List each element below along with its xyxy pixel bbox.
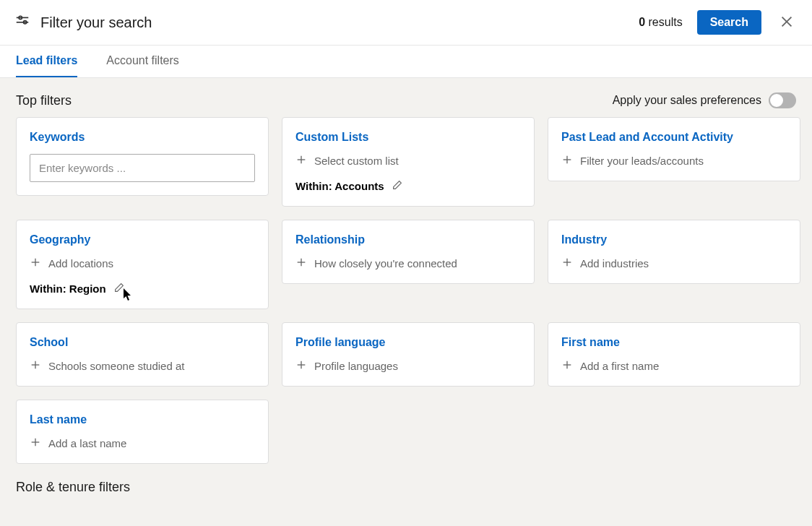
- add-industry[interactable]: Add industries: [561, 256, 787, 270]
- card-profile-language: Profile language Profile languages: [282, 322, 535, 387]
- card-last-name: Last name Add a last name: [16, 400, 269, 464]
- card-title-profile-language: Profile language: [295, 336, 521, 349]
- results-label: results: [649, 16, 683, 28]
- filter-grid: Keywords Custom Lists Select custom list…: [16, 117, 796, 464]
- tab-account-filters[interactable]: Account filters: [106, 46, 178, 77]
- header-bar: Filter your search 0 results Search: [0, 0, 812, 46]
- plus-icon: [561, 154, 573, 168]
- plus-icon: [561, 256, 573, 270]
- filter-settings-icon: [14, 13, 30, 32]
- tab-lead-filters[interactable]: Lead filters: [16, 46, 77, 77]
- section-role-tenure: Role & tenure filters: [16, 480, 796, 495]
- add-geography[interactable]: Add locations: [30, 256, 255, 270]
- custom-lists-within-label: Within: Accounts: [295, 180, 384, 192]
- search-button[interactable]: Search: [697, 10, 761, 35]
- add-relationship-label: How closely you're connected: [314, 257, 457, 270]
- geography-within-label: Within: Region: [30, 283, 106, 295]
- page-title: Filter your search: [40, 14, 152, 31]
- card-geography: Geography Add locations Within: Region: [16, 220, 269, 309]
- card-title-keywords: Keywords: [30, 131, 255, 144]
- results-count: 0 results: [639, 16, 682, 29]
- add-industry-label: Add industries: [580, 257, 649, 270]
- add-custom-list[interactable]: Select custom list: [295, 154, 521, 168]
- add-last-name[interactable]: Add a last name: [30, 436, 255, 450]
- add-relationship[interactable]: How closely you're connected: [295, 256, 521, 270]
- add-first-name[interactable]: Add a first name: [561, 359, 787, 373]
- header-right: 0 results Search: [639, 10, 798, 35]
- header-left: Filter your search: [14, 13, 152, 32]
- plus-icon: [295, 359, 307, 373]
- plus-icon: [561, 359, 573, 373]
- sales-prefs-label: Apply your sales preferences: [613, 94, 761, 107]
- sales-prefs-toggle[interactable]: [769, 92, 796, 108]
- add-custom-list-label: Select custom list: [314, 155, 399, 167]
- body-top: Top filters Apply your sales preferences: [16, 78, 796, 117]
- plus-icon: [295, 256, 307, 270]
- card-title-past-activity: Past Lead and Account Activity: [561, 131, 787, 144]
- plus-icon: [295, 154, 307, 168]
- keywords-input[interactable]: [30, 154, 255, 182]
- plus-icon: [30, 359, 41, 373]
- card-custom-lists: Custom Lists Select custom list Within: …: [282, 117, 535, 207]
- add-profile-language-label: Profile languages: [314, 360, 398, 372]
- card-title-industry: Industry: [561, 233, 787, 246]
- add-last-name-label: Add a last name: [48, 437, 126, 449]
- custom-lists-within: Within: Accounts: [295, 179, 521, 193]
- add-past-activity[interactable]: Filter your leads/accounts: [561, 154, 787, 168]
- sales-prefs-row: Apply your sales preferences: [613, 92, 796, 108]
- geography-within: Within: Region: [30, 282, 255, 296]
- edit-geography-within[interactable]: [113, 282, 125, 296]
- results-number: 0: [639, 16, 645, 28]
- section-top-filters: Top filters: [16, 93, 72, 108]
- card-school: School Schools someone studied at: [16, 322, 269, 387]
- card-first-name: First name Add a first name: [548, 322, 800, 387]
- close-button[interactable]: [776, 11, 798, 35]
- card-title-relationship: Relationship: [295, 233, 521, 246]
- card-keywords: Keywords: [16, 117, 269, 196]
- body-area: Top filters Apply your sales preferences…: [0, 78, 812, 526]
- add-first-name-label: Add a first name: [580, 360, 659, 372]
- close-icon: [779, 21, 795, 32]
- card-title-custom-lists: Custom Lists: [295, 131, 521, 144]
- card-title-school: School: [30, 336, 255, 349]
- add-geography-label: Add locations: [48, 257, 113, 270]
- card-industry: Industry Add industries: [548, 220, 800, 284]
- card-title-geography: Geography: [30, 233, 255, 246]
- card-title-first-name: First name: [561, 336, 787, 349]
- tabs: Lead filters Account filters: [0, 46, 812, 78]
- card-past-activity: Past Lead and Account Activity Filter yo…: [548, 117, 800, 181]
- add-profile-language[interactable]: Profile languages: [295, 359, 521, 373]
- plus-icon: [30, 436, 41, 450]
- plus-icon: [30, 256, 41, 270]
- add-school-label: Schools someone studied at: [48, 360, 184, 372]
- add-school[interactable]: Schools someone studied at: [30, 359, 255, 373]
- card-relationship: Relationship How closely you're connecte…: [282, 220, 535, 284]
- edit-custom-lists-within[interactable]: [392, 179, 403, 193]
- add-past-activity-label: Filter your leads/accounts: [580, 155, 704, 167]
- card-title-last-name: Last name: [30, 413, 255, 426]
